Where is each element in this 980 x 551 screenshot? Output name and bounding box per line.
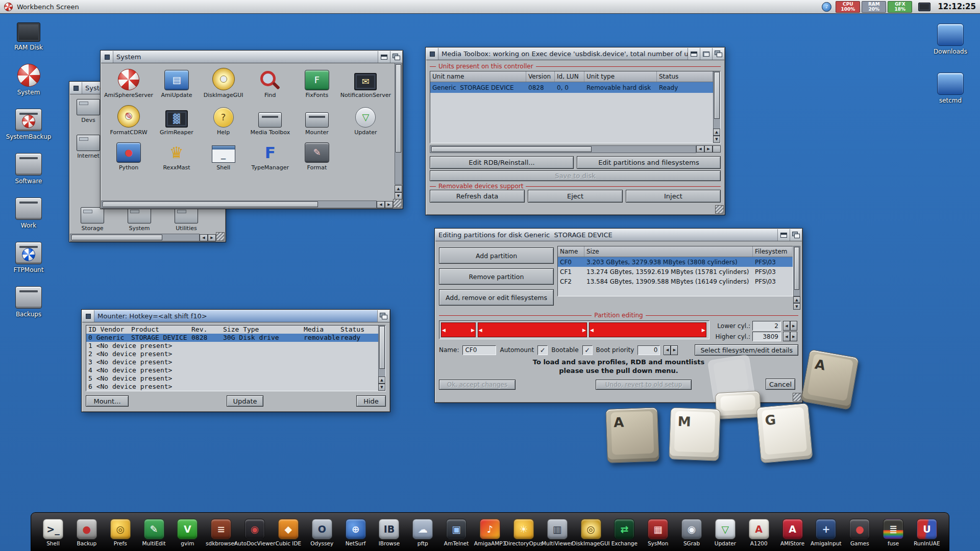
partition-row[interactable]: CF2 13.584 GBytes, 13909.588 MBytes (161… <box>558 277 793 286</box>
partition-segment[interactable] <box>478 322 587 337</box>
name-input[interactable]: CF0 <box>462 345 496 355</box>
partition-bar[interactable] <box>439 320 709 339</box>
scroll-down-arrow[interactable]: ▼ <box>713 136 720 143</box>
hide-button[interactable]: Hide <box>356 395 386 407</box>
device-row[interactable]: 5 <No device present> <box>86 374 378 383</box>
monitor-icon[interactable] <box>918 3 930 11</box>
device-row[interactable]: 4 <No device present> <box>86 366 378 374</box>
higher-cyl-input[interactable]: 3809 <box>752 332 781 341</box>
cancel-button[interactable]: Cancel <box>766 379 795 390</box>
scroll-up-arrow[interactable]: ▲ <box>793 296 800 303</box>
dock-item[interactable]: ▥ MultiViewer <box>543 519 572 546</box>
titlebar[interactable]: System <box>101 51 402 63</box>
device-row[interactable]: 6 <No device present> <box>86 383 378 391</box>
dock-item[interactable]: ≣ fuse <box>878 519 908 546</box>
drawer-icon[interactable]: Utilities <box>169 207 203 232</box>
partition-segment[interactable] <box>441 322 476 337</box>
dock-item[interactable]: ● Games <box>845 519 874 546</box>
boot-priority-stepper[interactable]: ◀▶ <box>664 345 678 355</box>
col-unit-name[interactable]: Unit name <box>430 71 526 82</box>
partition-row[interactable]: CF1 13.274 GBytes, 13592.619 MBytes (157… <box>558 267 793 277</box>
dock-item[interactable]: ☀ DirectoryOpus <box>509 519 538 546</box>
scrollbar-thumb[interactable] <box>396 64 401 153</box>
bootable-checkbox[interactable]: ✓ <box>582 345 593 355</box>
titlebar[interactable]: Media Toolbox: working on Exec device 'u… <box>426 48 724 60</box>
close-gadget[interactable] <box>70 82 82 94</box>
scrollbar-thumb[interactable] <box>103 202 318 207</box>
dock-item[interactable]: ◎ DiskImageGUI <box>576 519 606 546</box>
col-name[interactable]: Name <box>558 246 584 257</box>
desktop-icon[interactable]: RAM Disk <box>5 20 52 51</box>
desktop-icon[interactable]: System <box>5 64 52 96</box>
dock-item[interactable]: ● Backup <box>72 519 102 546</box>
dock-item[interactable]: IB IBrowse <box>374 519 404 546</box>
scrollbar-thumb[interactable] <box>379 326 385 369</box>
iconify-gadget[interactable] <box>688 48 700 60</box>
dock-item[interactable]: ⊕ NetSurf <box>341 519 371 546</box>
scroll-left-arrow[interactable]: ◀ <box>696 145 704 153</box>
horizontal-scrollbar[interactable] <box>430 145 696 153</box>
dock-item[interactable]: U RunInUAE <box>912 519 942 546</box>
dock-item[interactable]: V gvim <box>173 519 202 546</box>
dock-item[interactable]: >_ Shell <box>38 519 68 546</box>
lower-cyl-stepper[interactable]: ◀▶ <box>783 321 797 331</box>
vertical-scrollbar[interactable] <box>713 71 720 129</box>
partition-row[interactable]: CF0 3.203 GBytes, 3279.938 MBytes (3808 … <box>558 257 793 267</box>
select-filesystem-button[interactable]: Select filesystem/edit details <box>695 344 798 356</box>
dock-item[interactable]: A A1200 <box>744 519 774 546</box>
col-status[interactable]: Status <box>657 71 713 82</box>
depth-gadget[interactable] <box>712 48 724 60</box>
vertical-scrollbar[interactable] <box>395 63 402 185</box>
dock-item[interactable]: A AMIStore <box>778 519 807 546</box>
lower-cyl-input[interactable]: 2 <box>752 321 781 331</box>
app-icon[interactable]: Find <box>247 68 293 98</box>
unit-row[interactable]: Generic STORAGE DEVICE 0828 0, 0 Removab… <box>430 82 713 93</box>
workbench-logo-icon[interactable] <box>4 3 13 11</box>
dock-item[interactable]: O Odyssey <box>307 519 337 546</box>
resize-gadget[interactable] <box>393 199 402 208</box>
dock-item[interactable]: ◎ Prefs <box>106 519 135 546</box>
depth-gadget[interactable] <box>377 310 389 322</box>
desktop-icon[interactable]: setcmd <box>927 72 974 104</box>
app-icon[interactable]: ▤ AmiUpdate <box>153 68 200 98</box>
scroll-down-arrow[interactable]: ▼ <box>395 192 402 199</box>
drawer-icon[interactable]: Internet <box>72 135 104 159</box>
desktop-icon[interactable]: FTPMount <box>5 242 52 273</box>
app-icon[interactable]: AmiSphereServer <box>104 68 153 98</box>
vertical-scrollbar[interactable] <box>378 325 385 377</box>
resize-gadget[interactable] <box>793 393 801 402</box>
update-button[interactable]: Update <box>227 395 263 407</box>
edit-rdb-button[interactable]: Edit RDB/Reinstall... <box>430 156 574 169</box>
app-icon[interactable]: ▽ Updater <box>340 105 391 136</box>
removable-button[interactable]: Refresh data <box>430 190 525 203</box>
col-filesystem[interactable]: Filesystem <box>753 246 793 257</box>
scroll-right-arrow[interactable]: ▶ <box>704 145 713 153</box>
scroll-left-arrow[interactable]: ◀ <box>377 201 385 208</box>
col-unit-type[interactable]: Unit type <box>584 71 657 82</box>
scroll-right-arrow[interactable]: ▶ <box>208 234 216 241</box>
scroll-up-arrow[interactable]: ▲ <box>713 129 720 136</box>
app-icon[interactable]: Media Toolbox <box>247 105 293 136</box>
partition-action-button[interactable]: Add partition <box>439 247 554 264</box>
depth-gadget[interactable] <box>390 51 402 63</box>
app-icon[interactable]: Mounter <box>293 105 340 136</box>
scroll-right-arrow[interactable]: ▶ <box>385 201 393 208</box>
partition-action-button[interactable]: Remove partition <box>439 268 554 285</box>
dock-item[interactable]: ◉ AutoDocViewer <box>240 519 270 546</box>
drawer-icon[interactable]: Storage <box>76 207 109 232</box>
scroll-down-arrow[interactable]: ▼ <box>378 384 385 391</box>
col-version[interactable]: Version <box>526 71 555 82</box>
app-icon[interactable]: ▓ GrimReaper <box>153 105 200 136</box>
col-size[interactable]: Size <box>584 246 753 257</box>
app-icon[interactable]: _ Shell <box>200 142 247 171</box>
device-row[interactable]: 0 Generic STORAGE DEVICE 0828 30G Disk d… <box>86 334 378 342</box>
scrollbar-thumb[interactable] <box>714 72 720 119</box>
vertical-scrollbar[interactable] <box>793 246 800 296</box>
removable-button[interactable]: Inject <box>626 190 721 203</box>
app-icon[interactable]: ✎ Format <box>293 142 340 171</box>
scrollbar-thumb[interactable] <box>71 235 162 240</box>
zoom-gadget[interactable] <box>700 48 712 60</box>
drawer-icon[interactable]: Devs <box>72 99 104 123</box>
mount-button[interactable]: Mount... <box>86 395 129 407</box>
scrollbar-thumb[interactable] <box>431 146 592 152</box>
